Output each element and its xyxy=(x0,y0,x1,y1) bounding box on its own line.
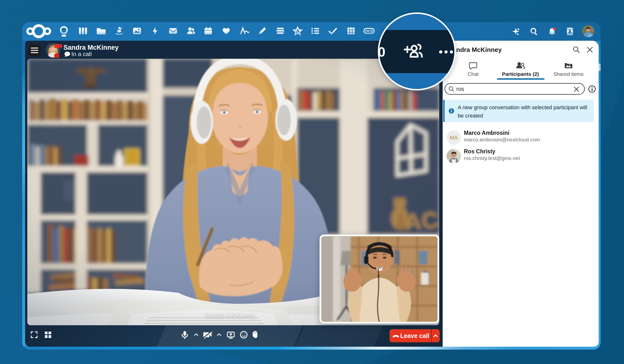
svg-text:Shared items: Shared items xyxy=(553,71,584,77)
svg-text:0: 0 xyxy=(379,44,385,59)
svg-text:Sandra McKinney: Sandra McKinney xyxy=(63,44,119,51)
svg-text:In a call: In a call xyxy=(71,51,92,57)
svg-text:Leave call: Leave call xyxy=(400,332,429,339)
svg-text:Chat: Chat xyxy=(468,71,479,77)
svg-text:Participants (2): Participants (2) xyxy=(502,71,539,77)
svg-text:OCS: OCS xyxy=(365,29,373,33)
